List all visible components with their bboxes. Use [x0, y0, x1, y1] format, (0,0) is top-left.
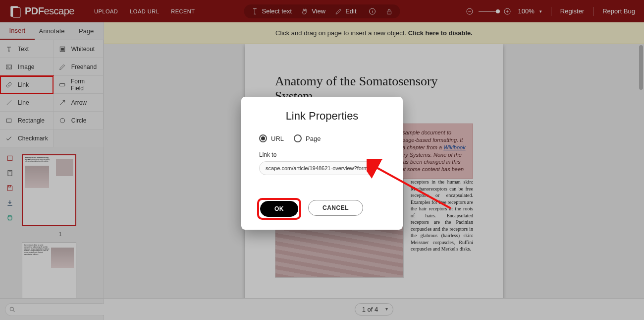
dialog-title: Link Properties — [255, 110, 389, 123]
radio-page-label: Page — [306, 135, 321, 142]
ok-highlight-box: OK — [259, 200, 299, 218]
ok-button[interactable]: OK — [260, 201, 298, 217]
radio-dot-icon — [294, 134, 302, 142]
radio-dot-icon — [259, 134, 267, 142]
radio-page[interactable]: Page — [294, 134, 321, 142]
radio-url-label: URL — [271, 135, 284, 142]
linkto-label: Link to — [255, 151, 389, 158]
radio-url[interactable]: URL — [259, 134, 284, 142]
cancel-button[interactable]: CANCEL — [308, 200, 363, 216]
link-properties-dialog: Link Properties URL Page Link to OK CANC… — [241, 97, 403, 230]
link-url-input[interactable] — [259, 161, 374, 175]
link-type-radios: URL Page — [255, 134, 389, 142]
